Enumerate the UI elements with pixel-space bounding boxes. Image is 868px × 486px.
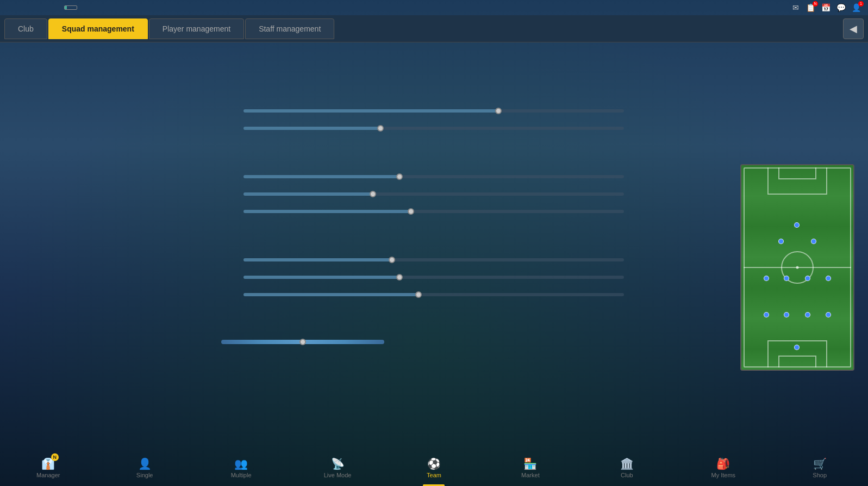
club-icon: 🏛️ xyxy=(620,457,634,470)
tab-club[interactable]: Club xyxy=(4,18,47,39)
pressure-track[interactable] xyxy=(243,258,624,261)
nav-shop[interactable]: 🛒 Shop xyxy=(772,449,868,486)
multiple-icon: 👥 xyxy=(234,457,248,470)
player-mid-2 xyxy=(784,276,789,281)
background xyxy=(0,0,868,486)
cross-track[interactable] xyxy=(243,192,624,196)
nav-market[interactable]: 🏪 Market xyxy=(482,449,578,486)
player-fwd-2 xyxy=(794,222,800,228)
market-icon: 🏪 xyxy=(523,457,537,470)
single-icon: 👤 xyxy=(138,457,152,470)
tab-player[interactable]: Player management xyxy=(149,18,244,39)
nav-team[interactable]: ⚽ Team xyxy=(386,449,482,486)
battery-fill xyxy=(65,6,67,9)
myitems-label: My Items xyxy=(711,472,735,478)
interval-track[interactable] xyxy=(243,293,624,296)
manager-label: Manager xyxy=(36,472,60,478)
nav-manager[interactable]: N 👔 Manager xyxy=(0,449,96,486)
profile-icon[interactable]: 👤1 xyxy=(852,3,861,13)
livemode-label: Live Mode xyxy=(324,472,352,478)
single-label: Single xyxy=(136,472,153,478)
battery-bar xyxy=(64,5,77,10)
tab-staff[interactable]: Staff management xyxy=(245,18,334,39)
team-label: Team xyxy=(427,472,441,478)
app-container: C Lv.14 iRemyX 18% 💰 5,991,632 Team [F1]… xyxy=(0,0,868,486)
nav-multiple[interactable]: 👥 Multiple xyxy=(193,449,289,486)
bottomnav: N 👔 Manager 👤 Single 👥 Multiple 📡 Live M… xyxy=(0,448,868,486)
player-fwd-1 xyxy=(778,239,784,244)
manager-badge: N xyxy=(51,453,59,461)
speed-track[interactable] xyxy=(243,109,624,113)
attack-pass-track[interactable] xyxy=(243,175,624,178)
tendency-track[interactable] xyxy=(221,340,384,344)
field-box-top xyxy=(767,167,827,195)
multiple-label: Multiple xyxy=(231,472,252,478)
club-label: Club xyxy=(621,472,633,478)
nav-myitems[interactable]: 🎒 My Items xyxy=(675,449,771,486)
livemode-icon: 📡 xyxy=(331,457,345,470)
player-def-4 xyxy=(826,312,831,317)
nav-club[interactable]: 🏛️ Club xyxy=(579,449,675,486)
tab-squad[interactable]: Squad management xyxy=(48,18,148,39)
player-mid-4 xyxy=(826,276,831,281)
news-icon[interactable]: 📋N xyxy=(806,3,816,13)
team-icon: ⚽ xyxy=(427,457,441,470)
aggression-track[interactable] xyxy=(243,276,624,279)
player-mid-3 xyxy=(805,276,810,281)
shop-icon: 🛒 xyxy=(813,457,827,470)
soccer-field xyxy=(740,164,854,371)
player-fwd-3 xyxy=(811,239,816,244)
back-button[interactable]: ◀ xyxy=(843,18,864,39)
field-box-bottom xyxy=(767,340,827,367)
calendar-icon[interactable]: 📅 xyxy=(821,3,831,13)
nav-livemode[interactable]: 📡 Live Mode xyxy=(289,449,385,486)
mail-icon[interactable]: ✉ xyxy=(791,3,801,13)
nav-single[interactable]: 👤 Single xyxy=(96,449,192,486)
tabbar: Club Squad management Player management … xyxy=(0,15,868,42)
player-mid-1 xyxy=(764,276,769,281)
market-label: Market xyxy=(521,472,540,478)
myitems-icon: 🎒 xyxy=(716,457,730,470)
pass-track[interactable] xyxy=(243,127,624,130)
shoot-track[interactable] xyxy=(243,210,624,213)
shop-label: Shop xyxy=(813,472,827,478)
chat-icon[interactable]: 💬 xyxy=(836,3,846,13)
field-center-dot xyxy=(796,266,799,269)
